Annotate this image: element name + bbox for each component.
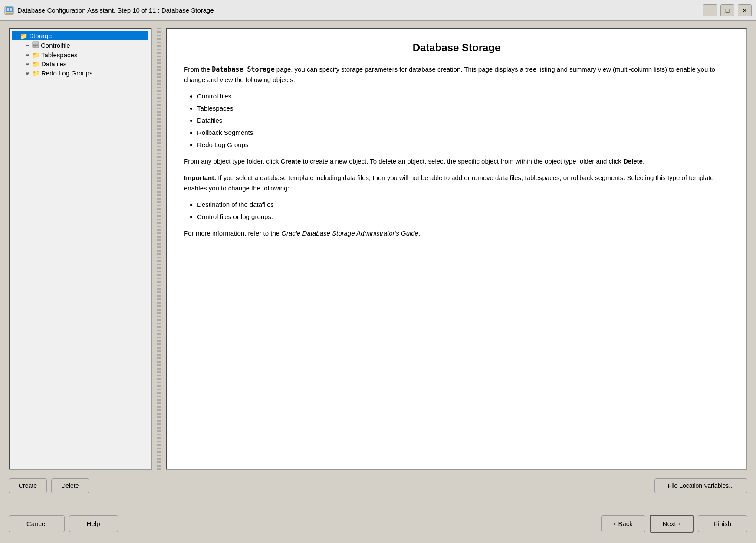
list-item-rollback: Rollback Segments xyxy=(197,128,729,138)
svg-rect-8 xyxy=(33,44,38,45)
tree-item-storage[interactable]: ⊖ 📁 Storage xyxy=(12,31,148,40)
next-button[interactable]: Next › xyxy=(650,515,694,533)
svg-rect-4 xyxy=(10,10,12,11)
back-button[interactable]: ‹ Back xyxy=(601,515,645,532)
tree-item-datafiles[interactable]: ⊕ 📁 Datafiles xyxy=(24,59,148,69)
para3: Important: If you select a database temp… xyxy=(184,173,729,193)
svg-rect-2 xyxy=(7,8,9,11)
main-area: ⊖ 📁 Storage ─ xyxy=(0,21,756,543)
tree-panel: ⊖ 📁 Storage ─ xyxy=(9,28,152,470)
maximize-button[interactable]: □ xyxy=(720,4,734,16)
titlebar: Database Configuration Assistant, Step 1… xyxy=(0,0,756,21)
svg-rect-7 xyxy=(33,43,38,43)
next-label: Next xyxy=(663,520,676,527)
expand-icon-storage: ⊖ xyxy=(12,33,18,39)
tree-item-tablespaces[interactable]: ⊕ 📁 Tablespaces xyxy=(24,50,148,59)
folder-icon-storage: 📁 xyxy=(20,33,27,39)
horizontal-separator xyxy=(9,504,747,504)
para2: From any object type folder, click Creat… xyxy=(184,156,729,167)
delete-button[interactable]: Delete xyxy=(51,478,89,493)
finish-button[interactable]: Finish xyxy=(698,515,747,532)
content-panel: Database Storage From the Database Stora… xyxy=(166,28,747,470)
back-label: Back xyxy=(618,520,632,527)
cancel-button[interactable]: Cancel xyxy=(9,515,65,532)
file-icon-controlfile xyxy=(32,41,39,49)
svg-rect-9 xyxy=(33,45,38,46)
next-arrow-icon: › xyxy=(679,520,680,527)
para4: For more information, refer to the Oracl… xyxy=(184,228,729,239)
tree-item-controlfile[interactable]: ─ Controlfile xyxy=(24,40,148,50)
bold-create: Create xyxy=(281,157,301,165)
left-action-buttons: Create Delete xyxy=(9,478,89,493)
page-title: Database Storage xyxy=(184,42,729,54)
tree-item-redolog[interactable]: ⊕ 📁 Redo Log Groups xyxy=(24,69,148,78)
folder-icon-redolog: 📁 xyxy=(32,70,39,77)
list-item-control-files: Control files xyxy=(197,91,729,101)
back-arrow-icon: ‹ xyxy=(614,520,615,527)
bold-delete: Delete xyxy=(623,157,643,165)
tree-child-group: ─ Controlfile ⊕ 📁 xyxy=(24,40,148,78)
list-item-tablespaces: Tablespaces xyxy=(197,103,729,114)
close-button[interactable]: ✕ xyxy=(738,4,752,16)
tree-label-datafiles: Datafiles xyxy=(41,60,66,68)
list-item-redo: Redo Log Groups xyxy=(197,140,729,150)
app-icon xyxy=(4,6,14,15)
expand-icon-controlfile: ─ xyxy=(24,43,30,49)
window-controls: — □ ✕ xyxy=(703,4,752,16)
folder-icon-tablespaces: 📁 xyxy=(32,52,39,59)
list-template-changes: Destination of the datafiles Control fil… xyxy=(197,200,729,222)
list-item-datafiles: Datafiles xyxy=(197,115,729,126)
list-item-destination: Destination of the datafiles xyxy=(197,200,729,210)
svg-rect-10 xyxy=(33,46,36,47)
content-body: From the Database Storage page, you can … xyxy=(184,64,729,239)
bold-text-database-storage: Database Storage xyxy=(212,65,275,73)
tree-label-tablespaces: Tablespaces xyxy=(41,51,77,59)
file-location-button[interactable]: File Location Variables... xyxy=(654,478,747,493)
create-button[interactable]: Create xyxy=(9,478,47,493)
tree-label-controlfile: Controlfile xyxy=(41,42,70,49)
minimize-button[interactable]: — xyxy=(703,4,717,16)
bottom-right-buttons: ‹ Back Next › Finish xyxy=(601,515,747,533)
tree-label-redolog: Redo Log Groups xyxy=(41,69,92,77)
middle-button-row: Create Delete File Location Variables... xyxy=(9,475,747,497)
folder-icon-datafiles: 📁 xyxy=(32,61,39,68)
top-section: ⊖ 📁 Storage ─ xyxy=(9,28,747,470)
expand-icon-datafiles: ⊕ xyxy=(24,61,30,67)
tree-label-storage: Storage xyxy=(29,32,52,39)
svg-rect-3 xyxy=(10,8,12,10)
bottom-left-buttons: Cancel Help xyxy=(9,515,118,532)
help-button[interactable]: Help xyxy=(69,515,118,532)
bold-important: Important: xyxy=(184,174,216,181)
vertical-divider xyxy=(157,28,161,470)
list-item-control-log: Control files or log groups. xyxy=(197,212,729,222)
intro-paragraph: From the Database Storage page, you can … xyxy=(184,64,729,85)
window-title: Database Configuration Assistant, Step 1… xyxy=(17,7,214,14)
list-objects: Control files Tablespaces Datafiles Roll… xyxy=(197,91,729,150)
svg-rect-5 xyxy=(6,13,13,14)
expand-icon-redolog: ⊕ xyxy=(24,70,30,76)
titlebar-left: Database Configuration Assistant, Step 1… xyxy=(4,6,214,15)
italic-guide: Oracle Database Storage Administrator's … xyxy=(281,229,418,237)
bottom-nav-row: Cancel Help ‹ Back Next › Finish xyxy=(9,511,747,536)
expand-icon-tablespaces: ⊕ xyxy=(24,52,30,58)
